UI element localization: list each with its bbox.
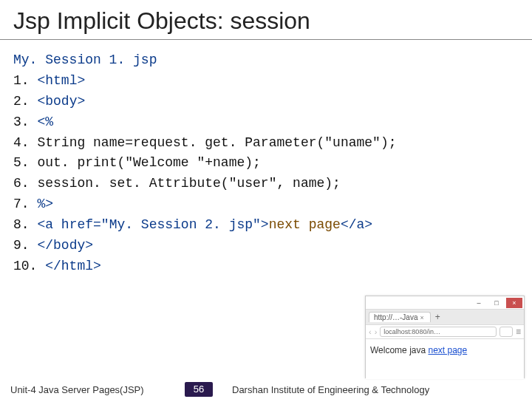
line-number: 2.: [13, 94, 30, 109]
code-line: 1. <html>: [13, 71, 519, 92]
line-number: 3.: [13, 115, 30, 129]
code-token: <%: [37, 115, 53, 129]
code-token: next page: [269, 217, 341, 232]
line-number: 8.: [13, 217, 30, 232]
code-line: 10. </html>: [13, 256, 519, 277]
line-number: 10.: [13, 259, 37, 273]
code-line: 3. <%: [13, 112, 519, 133]
code-line: 5. out. print("Welcome "+name);: [13, 153, 519, 174]
address-bar[interactable]: localhost:8080/in…: [380, 327, 497, 337]
maximize-button[interactable]: □: [488, 298, 505, 308]
code-line: 7. %>: [13, 194, 519, 215]
line-number: 9.: [13, 238, 30, 253]
new-tab-button[interactable]: +: [434, 312, 442, 322]
code-token: <html>: [37, 73, 85, 88]
browser-preview: – □ × http://…-Java × + ‹ › localhost:80…: [365, 296, 525, 378]
browser-toolbar: ‹ › localhost:8080/in… ≡: [366, 324, 524, 339]
browser-viewport: Welcome java next page: [366, 339, 524, 379]
code-token: </html>: [45, 259, 101, 273]
window-titlebar: – □ ×: [366, 296, 524, 310]
tab-close-icon[interactable]: ×: [420, 314, 423, 321]
code-filename: My. Session 1. jsp: [13, 50, 519, 71]
slide-title: Jsp Implicit Objects: session: [0, 0, 532, 40]
back-button[interactable]: ‹: [369, 327, 372, 336]
line-number: 1.: [13, 73, 30, 88]
close-button[interactable]: ×: [506, 298, 522, 308]
page-number: 56: [185, 382, 213, 397]
code-token: <body>: [37, 94, 85, 109]
tab-label: http://…-Java: [374, 313, 417, 321]
code-token: %>: [37, 197, 53, 211]
line-number: 7.: [13, 197, 30, 211]
browser-tab[interactable]: http://…-Java ×: [369, 312, 431, 322]
code-line: 4. String name=request. get. Parameter("…: [13, 133, 519, 154]
line-number: 4.: [13, 135, 30, 150]
code-token: String name=request. get. Parameter("una…: [37, 135, 396, 150]
slide-footer: Unit-4 Java Server Pages(JSP) 56 Darshan…: [0, 380, 532, 399]
search-box[interactable]: [499, 327, 513, 337]
code-token: </a>: [341, 217, 372, 232]
menu-icon[interactable]: ≡: [516, 327, 521, 337]
browser-tabs: http://…-Java × +: [366, 310, 524, 324]
minimize-button[interactable]: –: [471, 298, 487, 308]
code-token: </body>: [37, 238, 93, 253]
forward-button[interactable]: ›: [375, 327, 378, 336]
line-number: 6.: [13, 176, 30, 191]
code-token: session. set. Attribute("user", name);: [37, 176, 340, 191]
footer-left: Unit-4 Java Server Pages(JSP): [0, 384, 185, 395]
code-line: 2. <body>: [13, 92, 519, 112]
code-token: <a href="My. Session 2. jsp">: [37, 217, 268, 232]
page-link[interactable]: next page: [428, 345, 467, 355]
code-line: 9. </body>: [13, 236, 519, 256]
code-token: out. print("Welcome "+name);: [37, 155, 260, 170]
code-line: 8. <a href="My. Session 2. jsp">next pag…: [13, 215, 519, 236]
code-line: 6. session. set. Attribute("user", name)…: [13, 174, 519, 194]
page-text: Welcome java: [370, 345, 428, 355]
line-number: 5.: [13, 155, 30, 170]
code-block: My. Session 1. jsp 1. <html> 2. <body> 3…: [0, 40, 532, 277]
footer-right: Darshan Institute of Engineering & Techn…: [213, 384, 532, 395]
